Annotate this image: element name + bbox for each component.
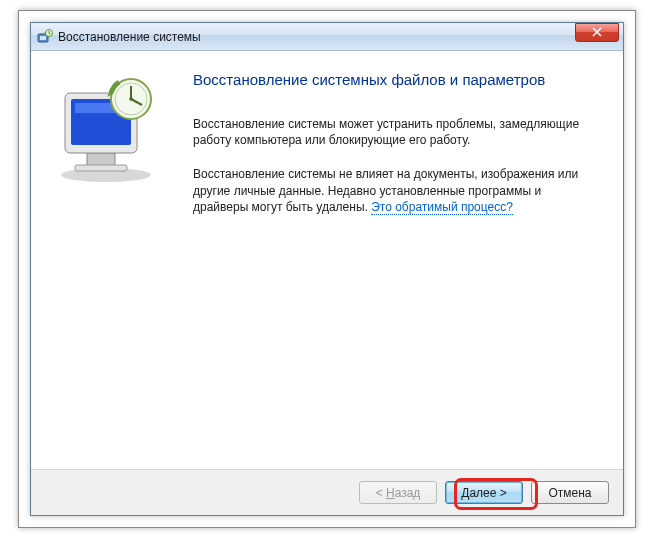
description-para-2: Восстановление системы не влияет на доку… — [193, 166, 599, 215]
content-area: Восстановление системных файлов и параме… — [31, 51, 623, 469]
svg-point-13 — [129, 97, 133, 101]
button-bar: < Назад Далее > Отмена — [31, 469, 623, 515]
window-title: Восстановление системы — [58, 30, 621, 44]
page-heading: Восстановление системных файлов и параме… — [193, 71, 599, 88]
cancel-button[interactable]: Отмена — [531, 481, 609, 504]
svg-rect-5 — [75, 165, 127, 171]
outer-frame: Восстановление системы — [18, 10, 636, 528]
reversible-process-link[interactable]: Это обратимый процесс? — [371, 200, 513, 215]
close-icon — [592, 26, 602, 40]
svg-rect-1 — [40, 36, 46, 40]
dialog-window: Восстановление системы — [30, 22, 624, 516]
description-para-1: Восстановление системы может устранить п… — [193, 116, 599, 148]
close-button[interactable] — [575, 23, 619, 42]
system-restore-icon — [37, 29, 53, 45]
titlebar[interactable]: Восстановление системы — [31, 23, 623, 51]
back-button: < Назад — [359, 481, 437, 504]
next-button[interactable]: Далее > — [445, 481, 523, 504]
text-pane: Восстановление системных файлов и параме… — [189, 51, 623, 469]
illustration-pane — [31, 51, 189, 469]
system-restore-illustration-icon — [51, 174, 171, 188]
